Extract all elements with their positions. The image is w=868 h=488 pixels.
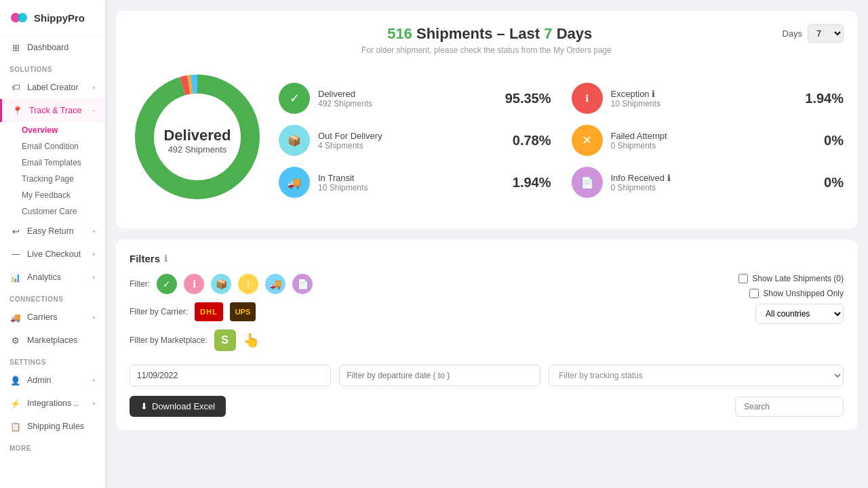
sidebar-item-live-checkout[interactable]: — Live Checkout +: [0, 243, 105, 266]
sidebar-item-label: Admin: [27, 375, 51, 385]
expand-icon: +: [92, 228, 96, 235]
filter-inputs-row: Filter by tracking status: [130, 365, 844, 386]
days-select[interactable]: 7 14 30: [808, 24, 844, 43]
date-from-input[interactable]: [130, 365, 331, 386]
delivered-icon: ✓: [279, 83, 310, 114]
stat-info: Out For Delivery 4 Shipments: [318, 131, 496, 150]
ups-logo[interactable]: UPS: [230, 302, 256, 321]
shipments-card: 516 Shipments – Last 7 Days Days 7 14 30…: [116, 11, 857, 228]
download-excel-button[interactable]: ⬇ Download Excel: [130, 396, 226, 417]
stats-row-3: 🚚 In Transit 10 Shipments 1.94% 📄 Info R…: [279, 167, 844, 198]
download-label: Download Excel: [152, 401, 215, 411]
sidebar: ShippyPro ⊞ Dashboard SOLUTIONS 🏷 Label …: [0, 0, 105, 488]
expand-icon: −: [92, 107, 96, 115]
title-text: Shipments – Last: [416, 25, 544, 42]
sidebar-item-label: Carriers: [27, 312, 57, 322]
failed-attempt-icon: ✕: [572, 125, 603, 156]
sidebar-item-analytics[interactable]: 📊 Analytics +: [0, 266, 105, 289]
filter-marketplace-row: Filter by Marketplace: S 👆: [130, 329, 725, 351]
sidebar-item-track-trace[interactable]: 📍 Track & Trace −: [0, 99, 105, 122]
dashboard-icon: ⊞: [9, 41, 22, 54]
sidebar-item-easy-return[interactable]: ↩ Easy Return +: [0, 220, 105, 243]
dhl-logo[interactable]: DHL: [195, 302, 223, 321]
show-unshipped-input[interactable]: [749, 289, 759, 298]
expand-icon: +: [92, 274, 96, 281]
integrations-icon: ⚡: [9, 397, 22, 409]
days-selector: Days 7 14 30: [782, 24, 844, 43]
show-unshipped-checkbox[interactable]: Show Unshipped Only: [749, 289, 844, 298]
filters-label: Filters: [130, 253, 160, 264]
stat-info: Info Received ℹ 0 Shipments: [611, 173, 789, 192]
sidebar-sub-email-condition[interactable]: Email Condition: [22, 138, 105, 155]
tracking-status-select[interactable]: Filter by tracking status: [549, 365, 844, 386]
country-select[interactable]: All countries: [755, 304, 844, 324]
search-input[interactable]: [735, 396, 844, 417]
filter-badge-failed[interactable]: !: [238, 274, 258, 294]
exception-icon: ℹ: [572, 83, 603, 114]
stat-out-for-delivery: 📦 Out For Delivery 4 Shipments 0.78%: [279, 125, 551, 156]
sidebar-sub-my-feedback[interactable]: My Feedback: [22, 187, 105, 203]
filter-badge-out-for-delivery[interactable]: 📦: [211, 274, 231, 294]
easy-return-icon: ↩: [9, 225, 22, 237]
donut-chart: Delivered 492 Shipments: [130, 66, 265, 215]
shopify-logo[interactable]: S: [214, 329, 236, 351]
sidebar-item-admin[interactable]: 👤 Admin +: [0, 369, 105, 392]
live-checkout-icon: —: [9, 248, 22, 260]
filter-badge-delivered[interactable]: ✓: [157, 274, 177, 294]
stat-pct: 95.35%: [504, 91, 551, 106]
stat-info-received: 📄 Info Received ℹ 0 Shipments 0%: [572, 167, 844, 198]
date-to-input[interactable]: [339, 365, 540, 386]
sidebar-item-dashboard[interactable]: ⊞ Dashboard: [0, 36, 105, 59]
sidebar-item-marketplaces[interactable]: ⚙ Marketplaces: [0, 329, 105, 352]
show-late-checkbox[interactable]: Show Late Shipments (0): [738, 274, 844, 283]
filter-badge-in-transit[interactable]: 🚚: [265, 274, 285, 294]
sidebar-sub-email-templates[interactable]: Email Templates: [22, 155, 105, 171]
stat-label: Failed Attempt: [611, 131, 789, 141]
filters-info-icon: ℹ: [164, 253, 167, 264]
sidebar-sub-customer-care[interactable]: Customer Care: [22, 203, 105, 220]
stat-failed-attempt: ✕ Failed Attempt 0 Shipments 0%: [572, 125, 844, 156]
stat-count: 0 Shipments: [611, 183, 789, 192]
days-label: Days: [782, 28, 802, 39]
sidebar-item-carriers[interactable]: 🚚 Carriers +: [0, 306, 105, 329]
stat-info: In Transit 10 Shipments: [318, 173, 496, 192]
stat-count: 10 Shipments: [611, 99, 789, 108]
sidebar-item-label: Integrations ..: [27, 399, 79, 408]
stat-pct: 0%: [796, 133, 844, 148]
expand-icon: +: [92, 314, 96, 321]
stats-row-2: 📦 Out For Delivery 4 Shipments 0.78% ✕ F…: [279, 125, 844, 156]
app-logo-icon: [9, 8, 28, 27]
stat-label: Delivered: [318, 89, 496, 99]
shipping-rules-icon: 📋: [9, 420, 22, 432]
sidebar-item-shipping-rules[interactable]: 📋 Shipping Rules: [0, 415, 105, 438]
expand-icon: +: [92, 377, 96, 384]
svg-point-1: [18, 13, 27, 22]
expand-icon: +: [92, 251, 96, 258]
stat-label: Info Received ℹ: [611, 173, 789, 183]
sidebar-item-label: Dashboard: [27, 43, 68, 52]
sidebar-sub-tracking-page[interactable]: Tracking Page: [22, 171, 105, 187]
main-content: 516 Shipments – Last 7 Days Days 7 14 30…: [105, 0, 868, 488]
stat-label: Exception ℹ: [611, 89, 789, 99]
sidebar-item-label: Shipping Rules: [27, 422, 84, 431]
sidebar-item-integrations[interactable]: ⚡ Integrations .. +: [0, 392, 105, 415]
filter-badge-info[interactable]: 📄: [292, 274, 313, 294]
filters-card: Filters ℹ Filter: ✓ ℹ 📦 ! 🚚 📄 Filter by …: [116, 239, 857, 430]
sidebar-item-label: Marketplaces: [27, 336, 77, 345]
admin-icon: 👤: [9, 374, 22, 386]
filters-title: Filters ℹ: [130, 253, 844, 264]
sidebar-item-label: Label Creator: [27, 83, 79, 92]
stat-count: 10 Shipments: [318, 183, 496, 192]
stats-subtitle: For older shipment, please check the sta…: [130, 45, 844, 55]
more-label: MORE: [0, 438, 105, 455]
sidebar-item-label: Live Checkout: [27, 249, 81, 259]
filter-badge-exception[interactable]: ℹ: [184, 274, 204, 294]
stats-grid: ✓ Delivered 492 Shipments 95.35% ℹ Excep…: [279, 83, 844, 198]
sidebar-sub-overview[interactable]: Overview: [22, 122, 105, 138]
carriers-icon: 🚚: [9, 311, 22, 323]
show-late-input[interactable]: [738, 274, 748, 283]
donut-center: Delivered 492 Shipments: [163, 127, 231, 155]
sidebar-item-label-creator[interactable]: 🏷 Label Creator +: [0, 76, 105, 99]
filter-options: Show Late Shipments (0) Show Unshipped O…: [738, 274, 844, 324]
track-trace-icon: 📍: [12, 104, 24, 117]
